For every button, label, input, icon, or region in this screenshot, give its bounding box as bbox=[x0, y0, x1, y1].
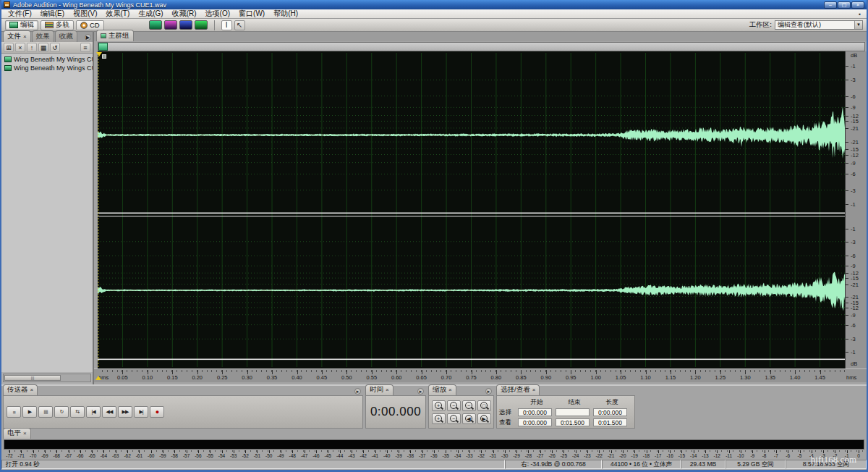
selection-start-value[interactable]: 0:00.000 bbox=[518, 408, 552, 416]
import-file-icon[interactable]: ⊞ bbox=[4, 43, 14, 52]
title-bar[interactable]: Adobe Audition - Wing Beneath My Wings C… bbox=[1, 0, 867, 9]
menu-item[interactable]: 选项(O) bbox=[201, 9, 234, 18]
tab-zoom[interactable]: 缩放 × bbox=[428, 384, 456, 395]
view-end-value[interactable]: 0:01.500 bbox=[556, 418, 590, 426]
tab-overflow-icon[interactable]: ▶ bbox=[85, 34, 91, 41]
level-scale-label: -28 bbox=[525, 453, 532, 458]
level-scale-label: -52 bbox=[242, 453, 248, 458]
waveform-view-button[interactable] bbox=[149, 20, 162, 30]
minimize-button[interactable]: – bbox=[824, 1, 837, 9]
timeline-tick-label: 0.15 bbox=[167, 375, 178, 381]
overview-bar[interactable] bbox=[98, 42, 865, 51]
menu-item[interactable]: 文件(F) bbox=[4, 9, 36, 18]
files-horizontal-scrollbar[interactable]: ||| bbox=[3, 374, 91, 382]
playhead-marker-timeline[interactable] bbox=[95, 376, 101, 380]
db-tick-label: -9 bbox=[851, 160, 856, 165]
spectral-phase-view-button[interactable] bbox=[195, 20, 208, 30]
tab-levels[interactable]: 电平 × bbox=[3, 428, 31, 439]
tab-transport[interactable]: 传送器 × bbox=[3, 384, 38, 395]
time-display[interactable]: 0:00.000 bbox=[370, 405, 421, 419]
zoom-to-selection-left-button[interactable]: ◀ bbox=[462, 413, 476, 424]
selection-end-value[interactable] bbox=[556, 408, 590, 416]
playhead-marker-top[interactable] bbox=[96, 52, 102, 56]
close-icon[interactable]: × bbox=[532, 387, 536, 393]
refresh-icon[interactable]: ↺ bbox=[50, 43, 60, 52]
amplitude-ruler[interactable]: dBdB-1-1-3-3-6-6-9-9-12-12-15-15-21-21-1… bbox=[845, 51, 867, 368]
zoom-to-selection-right-button[interactable]: ▶ bbox=[477, 413, 491, 424]
insert-into-cd-icon[interactable]: ▦ bbox=[38, 43, 48, 52]
maximize-button[interactable]: ▢ bbox=[838, 1, 851, 9]
tab-favorites[interactable]: 收藏 bbox=[55, 30, 77, 42]
menu-item[interactable]: 编辑(E) bbox=[36, 9, 69, 18]
close-file-icon[interactable]: × bbox=[15, 43, 25, 52]
panel-menu-icon[interactable]: ▸ bbox=[354, 388, 361, 395]
level-scale-label: -18 bbox=[643, 453, 650, 458]
zoom-out-vertical-button[interactable]: − bbox=[447, 413, 461, 424]
level-scale-label: -33 bbox=[466, 453, 472, 458]
cd-view-button[interactable]: CD bbox=[76, 20, 104, 30]
timeline-tick-label: 0.80 bbox=[491, 375, 502, 381]
zoom-in-vertical-button[interactable]: + bbox=[432, 413, 446, 424]
cd-view-label: CD bbox=[90, 21, 100, 29]
close-icon[interactable]: × bbox=[23, 431, 27, 437]
db-tick-label: -3 bbox=[851, 187, 856, 193]
edit-view-button[interactable]: 编辑 bbox=[5, 20, 38, 30]
level-meter[interactable] bbox=[4, 439, 864, 450]
overview-range-box[interactable] bbox=[98, 43, 108, 51]
zoom-in-horizontal-button[interactable]: + bbox=[432, 400, 446, 411]
menu-item[interactable]: 收藏(R) bbox=[168, 9, 201, 18]
scrub-tool-button[interactable]: ↖ bbox=[234, 20, 245, 30]
menu-item[interactable]: 帮助(H) bbox=[269, 9, 302, 18]
spectral-frequency-view-button[interactable] bbox=[164, 20, 177, 30]
display-handle[interactable] bbox=[102, 54, 106, 59]
channel-separator-line bbox=[98, 213, 845, 214]
file-list-item[interactable]: Wing Beneath My Wings CUE1 bbox=[1, 55, 93, 64]
level-scale-label: -23 bbox=[584, 453, 590, 458]
menu-item[interactable]: 效果(T) bbox=[101, 9, 134, 18]
scrollbar-thumb[interactable]: ||| bbox=[4, 375, 61, 381]
time-selection-tool-button[interactable]: I bbox=[221, 20, 232, 30]
zoom-out-full-button[interactable]: − bbox=[462, 400, 476, 411]
close-icon[interactable]: × bbox=[386, 387, 389, 393]
timeline-ruler[interactable]: hms hms 0.050.100.150.200.250.300.350.40… bbox=[94, 368, 867, 382]
panel-menu-icon[interactable]: ▸ bbox=[485, 388, 492, 395]
record-button[interactable]: ● bbox=[150, 406, 164, 418]
close-icon[interactable]: × bbox=[23, 34, 27, 40]
tab-files[interactable]: 文件 × bbox=[3, 30, 31, 42]
spectral-pan-view-button[interactable] bbox=[179, 20, 192, 30]
view-start-value[interactable]: 0:00.000 bbox=[518, 418, 552, 426]
multitrack-view-button[interactable]: 多轨 bbox=[41, 20, 74, 30]
db-tick bbox=[846, 303, 848, 303]
view-length-value[interactable]: 0:01.500 bbox=[593, 418, 627, 426]
insert-into-multitrack-icon[interactable]: ↑ bbox=[27, 43, 37, 52]
tab-main-group[interactable]: 主群组 bbox=[96, 30, 134, 41]
file-list-item[interactable]: Wing Beneath My Wings CUE2 bbox=[1, 64, 93, 72]
waveform-display[interactable] bbox=[98, 51, 845, 368]
menu-item[interactable]: 窗口(W) bbox=[234, 9, 269, 18]
tab-effects[interactable]: 效果 bbox=[32, 30, 54, 42]
loop-button[interactable]: ⇆ bbox=[70, 406, 85, 418]
close-icon[interactable]: × bbox=[30, 387, 34, 393]
close-icon[interactable]: × bbox=[448, 387, 452, 393]
menu-item[interactable]: 视图(V) bbox=[69, 9, 101, 18]
go-to-beginning-button[interactable]: |◀ bbox=[86, 406, 101, 418]
menu-item[interactable]: 生成(G) bbox=[134, 9, 167, 18]
fast-forward-button[interactable]: ▶▶ bbox=[118, 406, 132, 418]
stop-button[interactable]: ■ bbox=[7, 406, 21, 418]
zoom-out-horizontal-button[interactable]: − bbox=[447, 400, 461, 411]
sort-options-icon[interactable]: ≡ bbox=[80, 43, 90, 52]
tab-time[interactable]: 时间 × bbox=[365, 384, 393, 395]
rewind-button[interactable]: ◀◀ bbox=[102, 406, 116, 418]
db-tick bbox=[846, 174, 848, 174]
selection-length-value[interactable]: 0:00.000 bbox=[593, 408, 627, 416]
panel-menu-icon[interactable]: ▸ bbox=[417, 388, 424, 395]
close-button[interactable]: × bbox=[851, 1, 864, 9]
play-button[interactable]: ▶ bbox=[22, 406, 37, 418]
tab-selection-view[interactable]: 选择/查看 × bbox=[496, 384, 540, 395]
magnifier-icon: □ bbox=[480, 402, 488, 409]
pause-button[interactable]: ▮▮ bbox=[38, 406, 53, 418]
zoom-to-selection-button[interactable]: □ bbox=[477, 400, 491, 411]
go-to-end-button[interactable]: ▶| bbox=[134, 406, 148, 418]
play-looped-button[interactable]: ↻ bbox=[54, 406, 69, 418]
workspace-select[interactable]: 编辑查看(默认) ▼ bbox=[775, 20, 863, 30]
